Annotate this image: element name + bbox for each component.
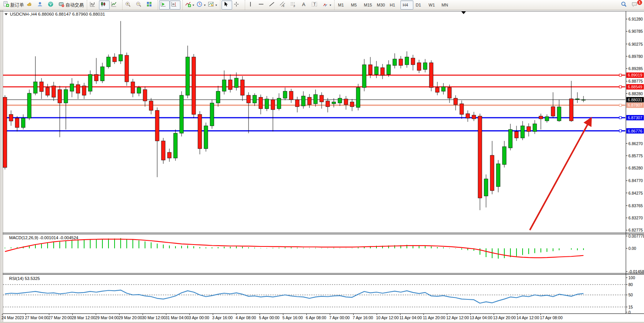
- rsi-tick-label: 50: [628, 293, 633, 297]
- fibonacci-button[interactable]: F: [289, 0, 300, 10]
- candle-body: [27, 93, 31, 118]
- equidistant-channel-button[interactable]: E: [278, 0, 289, 10]
- candle-body: [247, 95, 250, 103]
- community-button[interactable]: [36, 0, 46, 10]
- chevron-down-icon: ▾: [204, 3, 206, 7]
- line-endpoint-marker[interactable]: [619, 86, 622, 88]
- candle-body: [515, 131, 518, 138]
- candle-body: [484, 179, 488, 196]
- candle-body: [222, 80, 226, 91]
- line-endpoint-marker[interactable]: [619, 117, 622, 119]
- line-chart-button[interactable]: [110, 0, 120, 10]
- price-tick-label: 6.91280: [628, 17, 643, 21]
- time-tick-label: 27 Mar 04:00: [25, 315, 49, 320]
- tile-windows-button[interactable]: [145, 0, 156, 10]
- time-tick-label: 5 Apr 16:00: [282, 315, 303, 320]
- price-badge-label: 6.87307: [628, 115, 642, 120]
- arrows-button[interactable]: ▾: [321, 0, 332, 10]
- candle-body: [64, 90, 68, 103]
- candle-body: [344, 99, 348, 105]
- autotrading-button-label: 自动交易: [65, 2, 84, 8]
- candle-body: [15, 118, 19, 128]
- bar-chart-button[interactable]: [88, 0, 99, 10]
- candle-body: [21, 118, 25, 128]
- line-endpoint-marker[interactable]: [619, 104, 622, 106]
- rsi-tick-label: 80: [628, 282, 633, 287]
- indicators-button[interactable]: ▾: [184, 0, 195, 10]
- timeframe-h4-button[interactable]: H4: [400, 0, 413, 10]
- candle-body: [259, 97, 263, 109]
- candle-body: [411, 58, 415, 65]
- crosshair-icon: [233, 1, 239, 9]
- candle-body: [180, 95, 183, 133]
- zoom-out-button[interactable]: [134, 0, 145, 10]
- vertical-line-button[interactable]: [246, 0, 257, 10]
- mql5-button[interactable]: [25, 0, 36, 10]
- templates-button[interactable]: ▾: [207, 0, 218, 10]
- crosshair-button[interactable]: [232, 0, 243, 10]
- line-endpoint-marker[interactable]: [619, 130, 622, 132]
- zoom-in-icon: [125, 1, 131, 9]
- timeframe-mn-button[interactable]: MN: [439, 0, 452, 10]
- timeframe-m30-button[interactable]: M30: [375, 0, 387, 10]
- candle-body: [338, 98, 342, 103]
- candle-body: [301, 96, 305, 106]
- notification-badge: 1: [637, 0, 642, 5]
- hline-icon: [258, 1, 264, 9]
- chevron-down-icon: ▾: [215, 3, 217, 7]
- timeframe-w1-button[interactable]: W1: [426, 0, 439, 10]
- trendline-button[interactable]: [268, 0, 278, 10]
- chart-shift-button[interactable]: [170, 0, 180, 10]
- candle-body: [174, 133, 177, 158]
- candle-body: [539, 116, 543, 119]
- signals-button[interactable]: [46, 0, 57, 10]
- periods-button[interactable]: ▾: [195, 0, 207, 10]
- timeframe-d1-button[interactable]: D1: [413, 0, 426, 10]
- candle-body: [582, 100, 585, 100]
- candle-body: [551, 107, 555, 116]
- search-button[interactable]: [620, 0, 630, 10]
- new-order-button[interactable]: 新订单: [2, 0, 25, 10]
- autotrading-button[interactable]: 自动交易: [57, 0, 85, 10]
- line-endpoint-marker[interactable]: [619, 74, 622, 76]
- candle-body: [161, 141, 165, 160]
- candle-body: [241, 80, 244, 95]
- candle-body: [9, 114, 13, 121]
- candlestick-chart-button[interactable]: [99, 0, 110, 10]
- price-badge-label: 6.87807: [628, 103, 642, 107]
- macd-tick-label: -0.014587: [628, 269, 644, 274]
- candle-body: [70, 84, 74, 91]
- zoom-in-button[interactable]: [124, 0, 134, 10]
- candle-body: [76, 85, 80, 93]
- timeframe-h1-button[interactable]: H1: [387, 0, 400, 10]
- timeframe-m15-button[interactable]: M15: [362, 0, 375, 10]
- price-badge-label: 6.89019: [628, 73, 642, 77]
- text-button[interactable]: A: [300, 0, 310, 10]
- trendline-icon: [269, 1, 275, 9]
- svg-text:T: T: [314, 2, 316, 6]
- horizontal-line-button[interactable]: [257, 0, 268, 10]
- candle-body: [356, 88, 360, 107]
- main-chart-plot-area[interactable]: [3, 11, 625, 233]
- candle-body: [216, 91, 220, 103]
- candle-body: [131, 82, 135, 93]
- candle-body: [119, 54, 123, 61]
- time-tick-label: 30 Mar 12:00: [142, 315, 166, 320]
- rsi-plot-area[interactable]: [3, 275, 625, 313]
- cursor-button[interactable]: [222, 0, 232, 10]
- price-tick-label: 6.83270: [628, 216, 643, 220]
- timeframe-m1-button[interactable]: M1: [336, 0, 349, 10]
- channel-icon: E: [279, 1, 285, 9]
- chat-button[interactable]: 1: [630, 0, 641, 10]
- candle-body: [557, 107, 561, 121]
- cloud-user-icon: [37, 1, 43, 9]
- chat-icon: [631, 1, 638, 9]
- candle-body: [308, 97, 311, 105]
- candle-body: [478, 116, 482, 198]
- template-icon: [208, 1, 214, 9]
- text-label-button[interactable]: T: [310, 0, 321, 10]
- toolbar-group: EFAT▾: [245, 0, 333, 10]
- auto-scroll-button[interactable]: [159, 0, 170, 10]
- timeframe-m5-button[interactable]: M5: [349, 0, 362, 10]
- candle-body: [533, 124, 537, 131]
